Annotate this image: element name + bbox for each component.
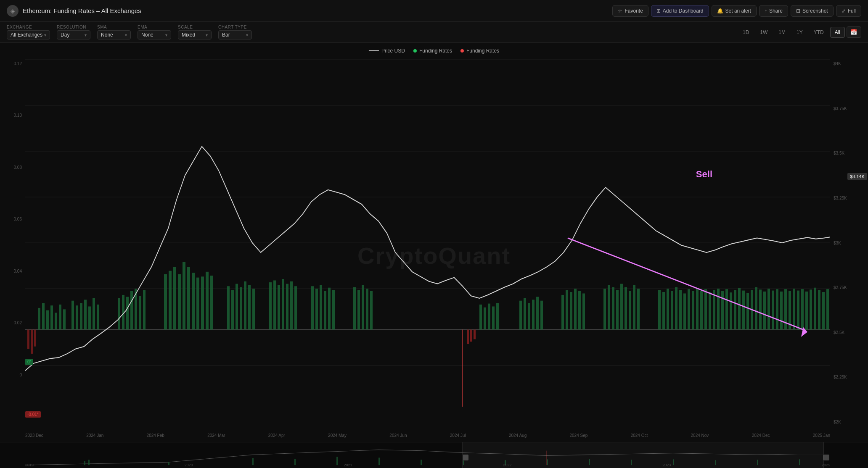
favorite-button[interactable]: ☆ Favorite (612, 5, 648, 17)
y-label-3: 0.06 (0, 217, 24, 221)
full-button[interactable]: ⤢ Full (836, 5, 861, 17)
exchange-dropdown[interactable]: All Exchanges ▾ (7, 30, 50, 39)
chevron-down-icon: ▾ (206, 33, 208, 37)
bell-icon: 🔔 (717, 8, 723, 14)
y-label-2: 0.08 (0, 165, 24, 170)
svg-rect-54 (290, 281, 293, 330)
svg-rect-72 (519, 301, 522, 330)
chart-type-dropdown[interactable]: Bar ▾ (218, 30, 252, 39)
svg-rect-122 (780, 292, 783, 330)
mini-scroll-right[interactable] (823, 455, 829, 460)
svg-rect-47 (248, 285, 251, 330)
svg-rect-18 (76, 305, 78, 329)
svg-rect-32 (169, 271, 172, 330)
main-chart: Sell 0* -0.01* (25, 60, 830, 426)
svg-rect-104 (704, 289, 707, 329)
svg-rect-92 (637, 289, 640, 330)
svg-rect-13 (50, 305, 53, 329)
svg-rect-80 (570, 292, 572, 329)
svg-rect-73 (524, 298, 526, 330)
chart-type-label: Chart Type (218, 25, 252, 29)
svg-rect-139 (34, 330, 36, 347)
calendar-button[interactable]: 📅 (847, 26, 861, 38)
price-line-icon (369, 50, 379, 51)
legend-price: Price USD (369, 48, 405, 54)
add-dashboard-button[interactable]: ⊞ Add to Dashboard (651, 5, 709, 17)
scale-dropdown-group: Scale Mixed ▾ (178, 25, 212, 39)
scale-dropdown[interactable]: Mixed ▾ (178, 30, 212, 39)
svg-rect-60 (328, 288, 331, 330)
header-actions: ☆ Favorite ⊞ Add to Dashboard 🔔 Set an a… (612, 5, 861, 17)
time-ytd-button[interactable]: YTD (809, 27, 828, 38)
time-all-button[interactable]: All (830, 27, 845, 38)
svg-rect-84 (603, 289, 606, 330)
chart-svg (25, 60, 830, 426)
svg-rect-103 (700, 291, 703, 330)
svg-rect-107 (717, 289, 720, 330)
chevron-down-icon: ▾ (246, 33, 248, 37)
chart-area: CryptoQuant Price USD Funding Rates Fund… (0, 43, 868, 468)
svg-rect-83 (582, 293, 585, 329)
exchange-label: Exchange (7, 25, 50, 29)
svg-rect-105 (709, 292, 711, 329)
svg-rect-106 (713, 290, 715, 329)
screenshot-button[interactable]: ⊡ Screenshot (791, 5, 834, 17)
svg-rect-22 (93, 298, 95, 330)
dashboard-icon: ⊞ (656, 8, 661, 14)
svg-rect-49 (269, 282, 272, 329)
share-icon: ↑ (765, 8, 767, 14)
ema-dropdown[interactable]: None ▾ (138, 30, 171, 39)
x-label-dec23: 2023 Dec (25, 433, 43, 438)
chevron-down-icon: ▾ (44, 33, 46, 37)
svg-rect-12 (46, 310, 49, 330)
svg-rect-102 (696, 288, 699, 330)
svg-rect-67 (479, 305, 482, 330)
expand-icon: ⤢ (842, 8, 846, 14)
y-right-label-7: $2.25K (831, 375, 868, 379)
x-label-jan24: 2024 Jan (86, 433, 103, 438)
svg-rect-86 (612, 287, 614, 330)
svg-rect-77 (540, 301, 543, 330)
x-label-dec24: 2024 Dec (752, 433, 770, 438)
svg-rect-138 (31, 330, 33, 354)
toolbar-left: Exchange All Exchanges ▾ Resolution Day … (7, 25, 252, 39)
y-right-label-6: $2.5K (831, 330, 868, 335)
svg-rect-40 (206, 272, 209, 330)
time-1m-button[interactable]: 1M (774, 27, 790, 38)
mini-x-2020: 2020 (185, 463, 193, 467)
svg-rect-137 (27, 330, 29, 349)
svg-rect-109 (725, 289, 728, 329)
svg-rect-20 (84, 300, 87, 329)
toolbar: Exchange All Exchanges ▾ Resolution Day … (0, 22, 868, 43)
x-label-jul24: 2024 Jul (450, 433, 466, 438)
svg-rect-21 (88, 306, 91, 329)
mini-range-selection[interactable] (463, 442, 823, 468)
svg-rect-99 (683, 293, 686, 329)
svg-rect-26 (126, 297, 129, 330)
svg-rect-48 (252, 289, 255, 330)
svg-rect-19 (80, 303, 82, 329)
svg-rect-27 (130, 291, 133, 330)
svg-rect-100 (688, 289, 690, 329)
sma-dropdown[interactable]: None ▾ (97, 30, 131, 39)
chevron-down-icon: ▾ (165, 33, 167, 37)
red-dot-icon (460, 49, 464, 53)
time-1d-button[interactable]: 1D (738, 27, 754, 38)
svg-rect-34 (178, 274, 181, 330)
negative-funding-badge: -0.01* (25, 411, 41, 418)
time-1w-button[interactable]: 1W (755, 27, 772, 38)
svg-rect-29 (139, 296, 141, 329)
resolution-dropdown[interactable]: Day ▾ (57, 30, 90, 39)
svg-rect-110 (730, 292, 732, 329)
svg-rect-38 (196, 278, 199, 330)
svg-rect-126 (797, 291, 799, 330)
x-label-aug24: 2024 Aug (509, 433, 527, 438)
svg-rect-119 (767, 289, 770, 330)
sell-annotation: Sell (696, 169, 712, 180)
x-label-nov24: 2024 Nov (691, 433, 709, 438)
set-alert-button[interactable]: 🔔 Set an alert (712, 5, 757, 17)
green-dot-icon (413, 49, 417, 53)
svg-rect-66 (370, 291, 373, 330)
share-button[interactable]: ↑ Share (759, 5, 788, 17)
time-1y-button[interactable]: 1Y (792, 27, 807, 38)
